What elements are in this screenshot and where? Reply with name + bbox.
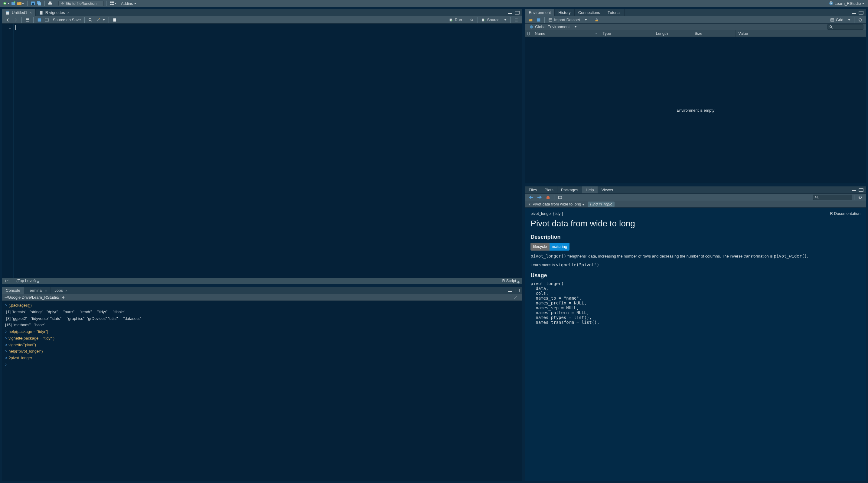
refresh-icon[interactable] (856, 194, 864, 200)
save-workspace-icon[interactable] (535, 17, 542, 23)
console-infobar: ~/Google Drive/Learn_RStudio/ (2, 294, 522, 301)
nav-back-icon[interactable] (4, 17, 12, 23)
tab-history[interactable]: History (555, 9, 574, 16)
maximize-pane-icon[interactable] (515, 289, 520, 292)
source-tab-r-vignettes[interactable]: R vignettes× (36, 9, 73, 16)
maximize-pane-icon[interactable] (859, 188, 864, 192)
load-workspace-icon[interactable] (527, 17, 535, 23)
select-all-checkbox[interactable] (527, 32, 530, 35)
svg-rect-33 (595, 20, 598, 21)
svg-rect-38 (859, 188, 863, 191)
source-pane: Untitled1× R vignettes× Source on Save (2, 9, 522, 284)
close-icon[interactable]: × (45, 289, 47, 292)
code-tools-icon[interactable] (94, 17, 107, 23)
env-search-input[interactable] (827, 24, 864, 30)
run-button[interactable]: Run (447, 17, 464, 23)
help-popout-icon[interactable] (556, 194, 564, 200)
help-home-icon[interactable] (544, 194, 552, 200)
new-file-icon[interactable] (2, 1, 10, 6)
svg-rect-25 (450, 19, 452, 21)
scope-indicator[interactable]: (Top Level) (16, 278, 39, 283)
panes-icon[interactable] (109, 1, 117, 6)
console-output[interactable]: > (.packages()) [1] "forcats" "stringr" … (2, 301, 522, 481)
minimize-pane-icon[interactable] (507, 289, 512, 292)
source-on-save-toggle[interactable]: Source on Save (43, 17, 83, 23)
svg-rect-27 (508, 291, 512, 292)
help-h-usage: Usage (530, 272, 861, 279)
close-icon[interactable]: × (65, 289, 67, 292)
col-value[interactable]: Value (736, 30, 866, 37)
language-indicator[interactable]: R Script (502, 278, 520, 283)
goto-file-function-input[interactable]: Go to file/function (58, 1, 104, 6)
rerun-icon[interactable] (468, 17, 476, 23)
close-icon[interactable]: × (67, 11, 69, 14)
svg-rect-11 (110, 4, 112, 5)
help-forward-icon[interactable] (535, 194, 544, 200)
print-icon[interactable] (47, 1, 53, 6)
help-breadcrumb[interactable]: R: Pivot data from wide to long (527, 202, 585, 206)
env-scope[interactable]: Global Environment (527, 24, 579, 30)
tab-environment[interactable]: Environment (525, 9, 555, 16)
minimize-pane-icon[interactable] (507, 11, 512, 14)
import-dataset-button[interactable]: Import Dataset (547, 17, 589, 23)
show-in-new-window-icon[interactable] (24, 17, 31, 23)
tab-help[interactable]: Help (582, 186, 598, 193)
tab-viewer[interactable]: Viewer (598, 186, 618, 193)
global-toolbar: Go to file/function Addins R Learn_RStud… (0, 0, 868, 7)
open-file-icon[interactable] (16, 1, 25, 6)
clear-console-icon[interactable] (512, 295, 520, 301)
help-search-input[interactable] (813, 194, 852, 200)
addins-menu[interactable]: Addins (120, 1, 137, 6)
minimize-pane-icon[interactable] (851, 188, 856, 191)
cursor-position: 1:1 (4, 279, 10, 283)
pivot-wider-link[interactable]: pivot_wider() (774, 254, 807, 259)
clear-workspace-icon[interactable] (593, 17, 601, 23)
source-button[interactable]: Source (480, 17, 509, 23)
help-rdoc: R Documentation (830, 211, 861, 216)
tab-packages[interactable]: Packages (557, 186, 582, 193)
col-size[interactable]: Size (692, 30, 736, 37)
find-icon[interactable] (87, 17, 94, 23)
open-wd-icon[interactable] (59, 295, 67, 301)
env-scopebar: Global Environment (525, 24, 866, 30)
maximize-pane-icon[interactable] (859, 11, 864, 14)
tab-tutorial[interactable]: Tutorial (604, 9, 624, 16)
editor-area[interactable]: 1 (2, 24, 522, 278)
find-in-topic-input[interactable]: Find in Topic (588, 202, 615, 207)
minimize-pane-icon[interactable] (851, 11, 856, 14)
tab-console[interactable]: Console (2, 287, 24, 294)
project-menu[interactable]: R Learn_RStudio (827, 1, 866, 6)
tab-jobs[interactable]: Jobs× (51, 287, 71, 294)
compile-report-icon[interactable] (111, 17, 119, 23)
tab-terminal[interactable]: Terminal× (24, 287, 51, 294)
maximize-pane-icon[interactable] (515, 11, 520, 14)
nav-forward-icon[interactable] (12, 17, 20, 23)
close-icon[interactable]: × (30, 11, 31, 14)
svg-rect-20 (26, 19, 29, 21)
col-name[interactable]: Name (532, 30, 600, 37)
tab-files[interactable]: Files (525, 186, 541, 193)
svg-rect-16 (6, 10, 9, 11)
help-back-icon[interactable] (527, 194, 535, 200)
col-type[interactable]: Type (600, 30, 653, 37)
help-content[interactable]: pivot_longer {tidyr} R Documentation Piv… (525, 208, 866, 481)
svg-rect-9 (110, 1, 112, 3)
outline-icon[interactable] (512, 17, 520, 23)
source-toolbar: Source on Save Run Source (2, 16, 522, 24)
svg-rect-4 (32, 3, 34, 5)
refresh-icon[interactable] (856, 17, 864, 23)
save-icon[interactable] (35, 17, 43, 23)
tab-plots[interactable]: Plots (541, 186, 557, 193)
svg-rect-39 (559, 196, 562, 199)
svg-rect-8 (49, 1, 52, 3)
new-project-icon[interactable] (10, 1, 16, 6)
tab-connections[interactable]: Connections (575, 9, 604, 16)
env-empty: Environment is empty (525, 37, 866, 183)
save-icon[interactable] (30, 1, 36, 6)
env-view-mode[interactable]: Grid (828, 17, 852, 23)
svg-text:R: R (830, 1, 832, 5)
console-pane: Console Terminal× Jobs× ~/Google Drive/L… (2, 286, 522, 481)
save-all-icon[interactable] (36, 1, 42, 6)
col-length[interactable]: Length (653, 30, 692, 37)
source-tab-untitled1[interactable]: Untitled1× (2, 9, 36, 16)
